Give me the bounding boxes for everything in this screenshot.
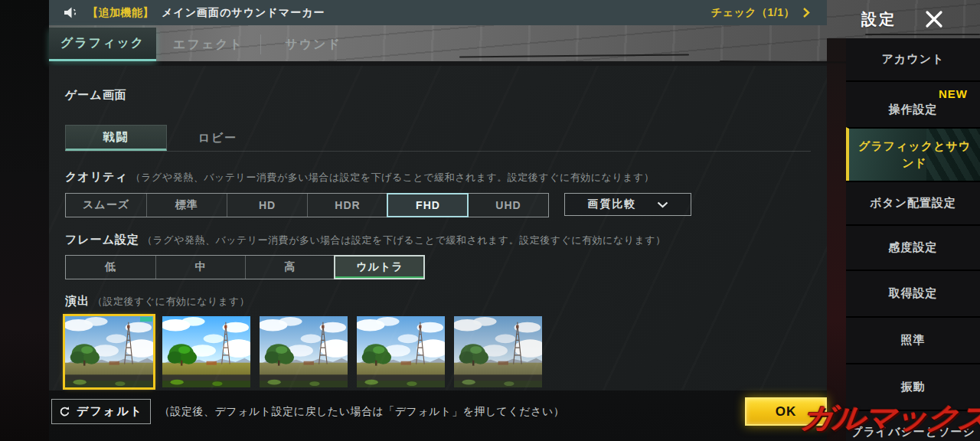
effect-style-thumbnail-1[interactable] bbox=[65, 316, 153, 387]
section-title-game-screen: ゲーム画面 bbox=[65, 88, 127, 103]
background-right-strip bbox=[827, 38, 846, 441]
effect-style-thumbnail-5[interactable] bbox=[454, 316, 542, 387]
screen-tab-lobby-label: ロビー bbox=[198, 131, 238, 145]
sidebar-item-button-layout-label: ボタン配置設定 bbox=[870, 196, 956, 211]
frame-label-row: フレーム設定 （ラグや発熱、バッテリー消費が多い場合は設定を下げることで緩和され… bbox=[65, 233, 666, 247]
quality-option-hd-label: HD bbox=[259, 199, 276, 211]
tab-graphics[interactable]: グラフィック bbox=[49, 28, 156, 61]
effect-style-thumbnail-2[interactable] bbox=[162, 316, 250, 387]
quality-compare-label: 画質比較 bbox=[588, 198, 637, 211]
default-button-label: デフォルト bbox=[77, 404, 143, 419]
screen-tab-lobby[interactable]: ロビー bbox=[167, 125, 269, 151]
quality-option-standard[interactable]: 標準 bbox=[146, 194, 227, 217]
sidebar-item-aim[interactable]: 照準 bbox=[846, 316, 980, 363]
sidebar-item-sensitivity[interactable]: 感度設定 bbox=[846, 224, 980, 270]
frame-option-ultra[interactable]: ウルトラ bbox=[335, 256, 424, 279]
screen-tabs-divider bbox=[65, 151, 811, 152]
quality-option-smooth-label: スムーズ bbox=[83, 198, 129, 212]
frame-option-low-label: 低 bbox=[105, 260, 116, 274]
new-badge: NEW bbox=[939, 87, 968, 100]
quality-label: クオリティ bbox=[65, 170, 128, 185]
chevron-right-icon[interactable] bbox=[802, 7, 810, 18]
effect-style-thumbnail-3[interactable] bbox=[260, 316, 348, 387]
tab-effects[interactable]: エフェクト bbox=[156, 28, 260, 61]
effects-label-row: 演出 （設定後すぐに有効になります） bbox=[65, 294, 250, 309]
frame-caption: （ラグや発熱、バッテリー消費が多い場合は設定を下げることで緩和されます。設定後す… bbox=[142, 234, 666, 247]
quality-option-hdr-label: HDR bbox=[335, 199, 360, 211]
reset-icon bbox=[59, 406, 70, 417]
pubg-settings-screen: 【追加機能】 メイン画面のサウンドマーカー チェック（1/1） グラフィック エ… bbox=[0, 0, 980, 441]
background-left-strip bbox=[0, 0, 49, 441]
quality-option-hd[interactable]: HD bbox=[227, 194, 307, 217]
quality-option-uhd[interactable]: UHD bbox=[468, 194, 548, 217]
screen-mode-tabs: 戦闘 ロビー bbox=[65, 125, 269, 151]
effects-caption: （設定後すぐに有効になります） bbox=[93, 295, 250, 309]
frame-option-medium[interactable]: 中 bbox=[155, 256, 245, 279]
tab-sound[interactable]: サウンド bbox=[261, 28, 365, 61]
screen-tab-battle[interactable]: 戦闘 bbox=[65, 125, 167, 151]
frame-option-high-label: 高 bbox=[285, 260, 296, 274]
close-button[interactable] bbox=[923, 8, 946, 31]
quality-option-standard-label: 標準 bbox=[175, 198, 198, 212]
frame-option-medium-label: 中 bbox=[195, 260, 207, 274]
tab-graphics-label: グラフィック bbox=[60, 35, 145, 51]
quality-option-smooth[interactable]: スムーズ bbox=[66, 194, 146, 217]
quality-label-row: クオリティ （ラグや発熱、バッテリー消費が多い場合は設定を下げることで緩和されま… bbox=[65, 170, 654, 185]
quality-options: スムーズ 標準 HD HDR FHD UHD bbox=[65, 193, 549, 217]
announcement-banner: 【追加機能】 メイン画面のサウンドマーカー チェック（1/1） bbox=[49, 0, 827, 25]
effect-style-thumbnail-4[interactable] bbox=[357, 316, 445, 387]
close-icon bbox=[924, 9, 944, 29]
announcement-message: メイン画面のサウンドマーカー bbox=[162, 6, 325, 20]
graphics-sound-tab-bar: グラフィック エフェクト サウンド bbox=[49, 28, 365, 61]
sidebar-item-sensitivity-label: 感度設定 bbox=[889, 240, 938, 255]
frame-option-ultra-label: ウルトラ bbox=[356, 260, 403, 274]
graphics-settings-panel: ゲーム画面 戦闘 ロビー クオリティ （ラグや発熱、バッテリー消費が多い場合は設… bbox=[49, 66, 827, 390]
settings-header: 設定 bbox=[827, 0, 980, 38]
ok-button-label: OK bbox=[776, 404, 797, 420]
watermark-garumax: ガルマックス bbox=[799, 398, 980, 438]
quality-compare-dropdown[interactable]: 画質比較 bbox=[564, 193, 691, 216]
quality-option-fhd[interactable]: FHD bbox=[387, 194, 468, 217]
sidebar-item-account-label: アカウント bbox=[882, 52, 945, 67]
quality-option-hdr[interactable]: HDR bbox=[307, 194, 387, 217]
chevron-down-icon bbox=[657, 201, 668, 208]
selected-corner-mark bbox=[140, 317, 152, 322]
sidebar-item-graphics-sound-label: グラフィックとサウンド bbox=[857, 138, 972, 172]
settings-title: 設定 bbox=[861, 9, 897, 30]
announcement-check-link[interactable]: チェック（1/1） bbox=[711, 6, 795, 20]
tab-sound-label: サウンド bbox=[285, 37, 341, 53]
frame-label: フレーム設定 bbox=[65, 233, 139, 247]
default-button[interactable]: デフォルト bbox=[51, 399, 151, 424]
quality-option-uhd-label: UHD bbox=[495, 199, 521, 211]
footer-note: （設定後、デフォルト設定に戻したい場合は「デフォルト」を押してください） bbox=[159, 405, 564, 419]
quality-caption: （ラグや発熱、バッテリー消費が多い場合は設定を下げることで緩和されます。設定後す… bbox=[131, 171, 655, 185]
sidebar-item-pickup-label: 取得設定 bbox=[889, 286, 938, 301]
sidebar-item-graphics-sound[interactable]: グラフィックとサウンド bbox=[846, 127, 980, 181]
quality-option-fhd-label: FHD bbox=[416, 199, 440, 211]
sidebar-item-aim-label: 照準 bbox=[901, 333, 926, 348]
effects-label: 演出 bbox=[65, 294, 90, 309]
frame-option-high[interactable]: 高 bbox=[245, 256, 335, 279]
sidebar-item-pickup[interactable]: 取得設定 bbox=[846, 270, 980, 316]
screen-tab-battle-label: 戦闘 bbox=[103, 130, 129, 145]
announcement-tag: 【追加機能】 bbox=[87, 6, 154, 20]
frame-options: 低 中 高 ウルトラ bbox=[65, 255, 425, 279]
sidebar-item-controls[interactable]: NEW 操作設定 bbox=[846, 80, 980, 127]
sidebar-item-controls-label: 操作設定 bbox=[889, 103, 938, 117]
effect-style-thumbnails bbox=[65, 316, 542, 387]
settings-sidebar: アカウント NEW 操作設定 グラフィックとサウンド ボタン配置設定 感度設定 … bbox=[846, 38, 980, 441]
speaker-icon bbox=[63, 6, 80, 19]
sidebar-item-button-layout[interactable]: ボタン配置設定 bbox=[846, 181, 980, 224]
sidebar-item-account[interactable]: アカウント bbox=[846, 38, 980, 80]
sidebar-item-vibration-label: 振動 bbox=[901, 380, 926, 394]
frame-option-low[interactable]: 低 bbox=[66, 256, 155, 279]
tab-effects-label: エフェクト bbox=[173, 37, 243, 53]
